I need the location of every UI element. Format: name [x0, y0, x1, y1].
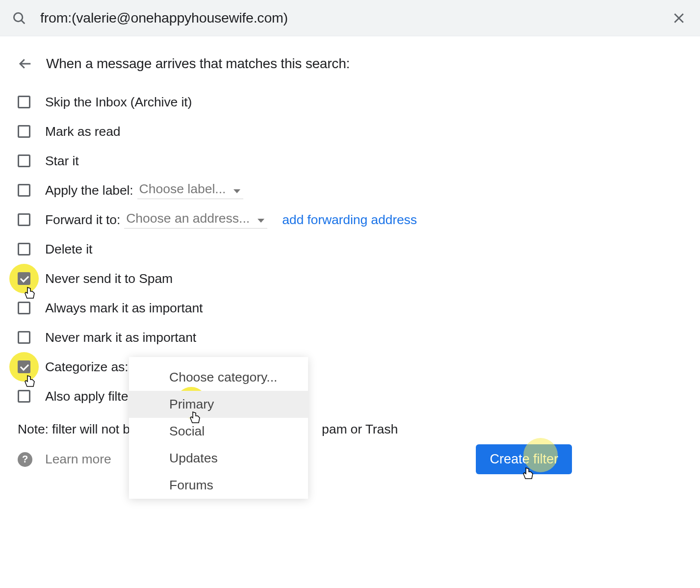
option-label: Never send it to Spam	[45, 271, 173, 286]
option-label: Mark as read	[45, 124, 120, 139]
note-prefix: Note: filter will not be	[18, 422, 137, 436]
option-label: Delete it	[45, 242, 92, 257]
caret-down-icon	[233, 181, 240, 197]
checkbox-also-apply[interactable]	[18, 390, 30, 403]
checkbox-always-important[interactable]	[18, 302, 30, 314]
filter-options: Skip the Inbox (Archive it) Mark as read…	[0, 72, 700, 411]
note-suffix: pam or Trash	[322, 422, 398, 436]
checkbox-apply-label[interactable]	[18, 184, 30, 197]
back-arrow-icon[interactable]	[18, 56, 32, 71]
checkbox-star-it[interactable]	[18, 154, 30, 167]
checkbox-never-spam[interactable]	[18, 272, 30, 285]
header-title: When a message arrives that matches this…	[32, 56, 350, 72]
option-star-it: Star it	[18, 146, 700, 176]
option-never-important: Never mark it as important	[18, 323, 700, 352]
option-skip-inbox: Skip the Inbox (Archive it)	[18, 87, 700, 117]
close-icon[interactable]	[668, 7, 690, 29]
filter-header: When a message arrives that matches this…	[0, 36, 700, 72]
svg-marker-6	[258, 219, 264, 223]
category-item-choose[interactable]: Choose category...	[129, 364, 308, 391]
svg-point-0	[14, 13, 23, 22]
highlight-circle	[523, 438, 558, 472]
option-always-important: Always mark it as important	[18, 293, 700, 323]
learn-more-link[interactable]: Learn more	[32, 452, 111, 467]
search-bar	[0, 0, 700, 36]
label-dropdown[interactable]: Choose label...	[137, 181, 244, 199]
option-categorize-as: Categorize as:	[18, 352, 700, 382]
help-icon[interactable]: ?	[18, 452, 32, 467]
category-dropdown-popup: Choose category... Primary Social Update…	[129, 357, 308, 499]
category-item-updates[interactable]: Updates	[129, 445, 308, 472]
option-label: Categorize as:	[45, 359, 128, 375]
checkbox-delete-it[interactable]	[18, 243, 30, 256]
checkbox-mark-read[interactable]	[18, 125, 30, 138]
category-item-social[interactable]: Social	[129, 418, 308, 445]
option-delete-it: Delete it	[18, 234, 700, 264]
search-input[interactable]	[26, 10, 668, 26]
option-mark-read: Mark as read	[18, 117, 700, 146]
category-item-primary[interactable]: Primary	[129, 391, 308, 418]
checkbox-never-important[interactable]	[18, 331, 30, 344]
option-label: Apply the label:	[45, 183, 133, 198]
option-label: Star it	[45, 153, 79, 169]
option-label: Also apply filter	[45, 389, 132, 404]
search-icon[interactable]	[12, 11, 26, 26]
option-also-apply: Also apply filter	[18, 382, 700, 411]
forward-dropdown[interactable]: Choose an address...	[124, 211, 267, 229]
checkbox-skip-inbox[interactable]	[18, 96, 30, 108]
dropdown-value: Choose label...	[139, 181, 226, 197]
filter-note: Note: filter will not be pam or Trash	[0, 411, 700, 437]
caret-down-icon	[258, 211, 264, 226]
category-label: Primary	[169, 397, 214, 411]
option-never-spam: Never send it to Spam	[18, 264, 700, 293]
add-forwarding-address-link[interactable]: add forwarding address	[282, 212, 417, 228]
option-apply-label: Apply the label: Choose label...	[18, 176, 700, 205]
svg-line-1	[22, 20, 25, 24]
category-item-forums[interactable]: Forums	[129, 472, 308, 499]
option-label: Always mark it as important	[45, 301, 203, 316]
footer: ? Learn more Create filter	[0, 437, 700, 467]
checkbox-forward-to[interactable]	[18, 213, 30, 226]
dropdown-value: Choose an address...	[126, 211, 250, 226]
svg-marker-5	[233, 189, 240, 193]
option-label: Skip the Inbox (Archive it)	[45, 95, 192, 110]
option-label: Forward it to:	[45, 212, 120, 228]
option-label: Never mark it as important	[45, 330, 196, 345]
checkbox-categorize-as[interactable]	[18, 360, 30, 373]
option-forward-to: Forward it to: Choose an address... add …	[18, 205, 700, 234]
